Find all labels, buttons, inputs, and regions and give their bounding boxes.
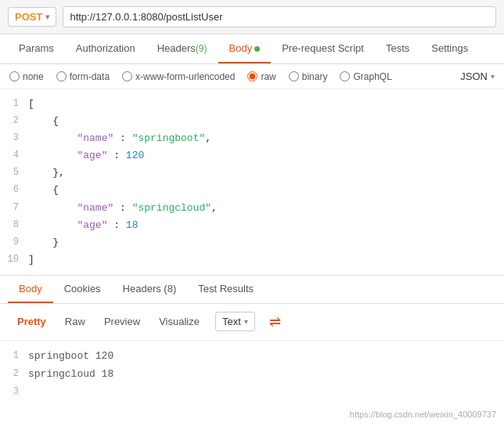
code-line: 1[: [0, 96, 504, 113]
output-line: 1springboot 120: [0, 347, 504, 365]
url-bar: POST ▾: [0, 0, 504, 34]
raw-button[interactable]: Raw: [57, 313, 93, 331]
line-content: },: [28, 164, 504, 182]
wrap-button[interactable]: ⇌: [263, 310, 287, 334]
line-content: "name" : "springboot",: [28, 130, 504, 147]
tab-authorization[interactable]: Authorization: [65, 34, 146, 63]
headers-badge: (9): [196, 43, 207, 54]
line-content: ]: [28, 251, 504, 269]
tab-body[interactable]: Body: [218, 34, 272, 63]
output-line-number: 1: [0, 348, 28, 365]
code-line: 3 "name" : "springboot",: [0, 130, 504, 147]
body-type-graphql[interactable]: GraphQL: [340, 71, 391, 82]
line-content: {: [28, 113, 504, 130]
output-line-content: springcloud 18: [28, 365, 504, 383]
output-line: 3: [0, 384, 504, 401]
code-line: 6 {: [0, 182, 504, 199]
text-format-dropdown[interactable]: Text ▾: [215, 312, 255, 331]
body-type-formdata[interactable]: form-data: [56, 71, 110, 82]
code-editor[interactable]: 1[2 {3 "name" : "springboot",4 "age" : 1…: [0, 89, 504, 276]
response-section: Body Cookies Headers (8) Test Results Pr…: [0, 276, 504, 407]
output-line: 2springcloud 18: [0, 365, 504, 383]
response-output: 1springboot 1202springcloud 183: [0, 341, 504, 407]
code-line: 9 }: [0, 234, 504, 251]
preview-button[interactable]: Preview: [96, 313, 148, 331]
code-line: 7 "name" : "springcloud",: [0, 200, 504, 217]
body-type-none[interactable]: none: [9, 71, 44, 82]
tab-headers[interactable]: Headers(9): [146, 34, 218, 63]
method-label: POST: [15, 11, 42, 23]
line-number: 10: [0, 251, 28, 267]
line-content: }: [28, 234, 504, 251]
json-format-dropdown[interactable]: JSON ▾: [460, 70, 495, 82]
json-format-label: JSON: [460, 70, 488, 82]
line-number: 3: [0, 130, 28, 146]
resp-tab-body[interactable]: Body: [8, 276, 53, 303]
response-tab-bar: Body Cookies Headers (8) Test Results: [0, 276, 504, 304]
text-dropdown-arrow: ▾: [244, 317, 248, 326]
line-content: "age" : 18: [28, 217, 504, 234]
tab-prerequest[interactable]: Pre-request Script: [271, 34, 375, 63]
line-number: 7: [0, 200, 28, 215]
body-dot: [254, 46, 260, 52]
resp-tab-headers[interactable]: Headers (8): [112, 276, 188, 303]
line-number: 4: [0, 147, 28, 163]
footer-watermark: https://blog.csdn.net/weixin_40009737: [0, 407, 504, 422]
resp-tab-testresults[interactable]: Test Results: [187, 276, 265, 303]
code-line: 10]: [0, 251, 504, 269]
code-line: 5 },: [0, 164, 504, 182]
code-line: 4 "age" : 120: [0, 147, 504, 164]
visualize-button[interactable]: Visualize: [151, 313, 207, 331]
code-line: 8 "age" : 18: [0, 217, 504, 234]
tab-params[interactable]: Params: [8, 34, 65, 63]
line-number: 5: [0, 164, 28, 180]
tab-tests[interactable]: Tests: [375, 34, 420, 63]
text-format-label: Text: [222, 316, 241, 327]
resp-tab-cookies[interactable]: Cookies: [53, 276, 112, 303]
body-type-bar: none form-data x-www-form-urlencoded raw…: [0, 64, 504, 89]
body-type-binary[interactable]: binary: [289, 71, 328, 82]
output-line-number: 2: [0, 366, 28, 383]
line-number: 2: [0, 113, 28, 128]
line-content: "age" : 120: [28, 147, 504, 164]
request-tabs: Params Authorization Headers(9) Body Pre…: [0, 34, 504, 64]
tab-settings[interactable]: Settings: [420, 34, 479, 63]
url-input[interactable]: [63, 6, 496, 27]
line-number: 9: [0, 234, 28, 250]
line-number: 1: [0, 96, 28, 111]
response-toolbar: Pretty Raw Preview Visualize Text ▾ ⇌: [0, 304, 504, 341]
code-line: 2 {: [0, 113, 504, 130]
output-line-content: springboot 120: [28, 347, 504, 365]
json-dropdown-arrow: ▾: [491, 72, 495, 81]
output-line-number: 3: [0, 384, 28, 401]
method-arrow: ▾: [45, 13, 49, 21]
line-number: 6: [0, 182, 28, 197]
line-number: 8: [0, 217, 28, 233]
body-type-urlencoded[interactable]: x-www-form-urlencoded: [122, 71, 235, 82]
method-select[interactable]: POST ▾: [8, 7, 56, 27]
line-content: "name" : "springcloud",: [28, 200, 504, 217]
line-content: {: [28, 182, 504, 199]
body-type-raw[interactable]: raw: [247, 71, 275, 82]
line-content: [: [28, 96, 504, 113]
pretty-button[interactable]: Pretty: [9, 313, 54, 331]
